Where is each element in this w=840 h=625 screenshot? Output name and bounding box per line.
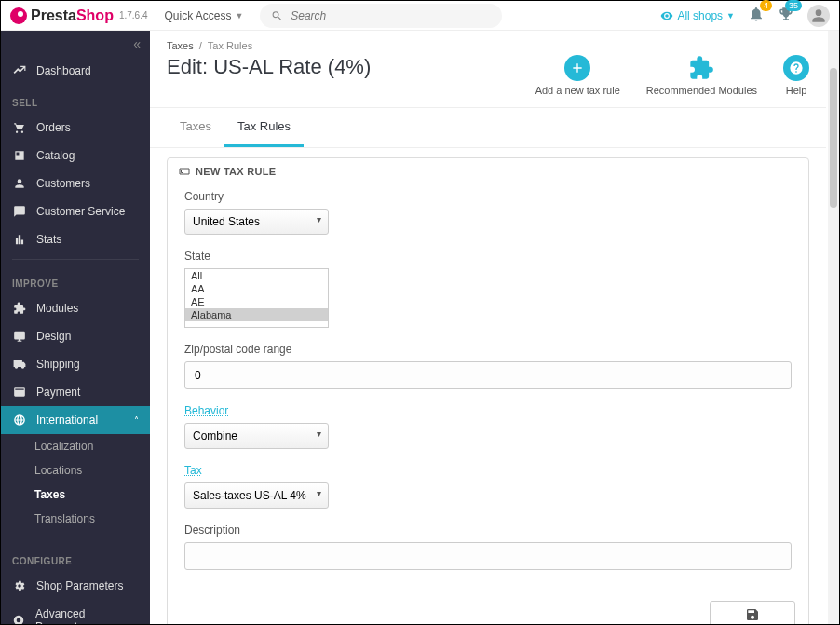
- chevron-up-icon: ˄: [134, 415, 139, 426]
- chat-icon: [12, 205, 27, 218]
- logo[interactable]: PrestaShop: [10, 7, 114, 24]
- sidebar-item-catalog[interactable]: Catalog: [1, 142, 150, 170]
- sidebar-item-design[interactable]: Design: [1, 322, 150, 350]
- sidebar-item-shipping[interactable]: Shipping: [1, 350, 150, 378]
- country-label: Country: [184, 190, 792, 203]
- add-tax-rule-label: Add a new tax rule: [535, 85, 620, 96]
- field-country: Country United States: [184, 190, 792, 235]
- state-multiselect[interactable]: All AA AE Alabama: [184, 268, 329, 328]
- description-label: Description: [184, 523, 792, 537]
- notifications-bell-button[interactable]: 4: [748, 6, 765, 25]
- logo-text-presta: Presta: [31, 7, 76, 24]
- header-actions: Add a new tax rule Recommended Modules H…: [535, 55, 809, 96]
- recommended-modules-label: Recommended Modules: [646, 85, 757, 96]
- shop-context-label: All shops: [677, 9, 723, 22]
- breadcrumb-taxes[interactable]: Taxes: [167, 40, 194, 51]
- globe-icon: [12, 414, 27, 427]
- user-avatar[interactable]: [807, 5, 830, 27]
- state-option[interactable]: AA: [185, 282, 328, 295]
- trending-icon: [12, 64, 27, 77]
- page-header: Edit: US-AL Rate (4%) Add a new tax rule…: [150, 55, 826, 107]
- quick-access-dropdown[interactable]: Quick Access ▼: [165, 9, 244, 22]
- sidebar-item-label: Advanced Parameters: [35, 607, 139, 624]
- logo-mark-icon: [10, 7, 27, 24]
- tab-tax-rules[interactable]: Tax Rules: [224, 108, 304, 147]
- quick-access-label: Quick Access: [165, 9, 232, 22]
- zip-input[interactable]: [184, 361, 792, 389]
- sidebar-item-customers[interactable]: Customers: [1, 170, 150, 197]
- panel-header: NEW TAX RULE: [168, 158, 808, 184]
- zip-label: Zip/postal code range: [184, 343, 792, 356]
- credit-card-icon: [12, 386, 27, 399]
- panel-footer: Save and stay: [168, 591, 808, 624]
- tabs: Taxes Tax Rules: [150, 107, 826, 148]
- money-icon: [179, 166, 190, 177]
- state-option[interactable]: AE: [185, 295, 328, 308]
- sidebar-item-orders[interactable]: Orders: [1, 114, 150, 142]
- search-icon: [271, 9, 283, 22]
- sidebar-divider: [12, 537, 139, 537]
- plus-icon: [570, 61, 585, 75]
- topbar-right: All shops ▼ 4 35: [660, 5, 830, 27]
- field-description: Description: [184, 523, 792, 570]
- monitor-icon: [12, 330, 27, 343]
- debug-badge: 35: [785, 0, 802, 11]
- sidebar-section-configure: CONFIGURE: [1, 543, 150, 572]
- help-label: Help: [783, 85, 809, 96]
- sidebar-item-modules[interactable]: Modules: [1, 294, 150, 322]
- sidebar-item-label: Catalog: [36, 149, 75, 162]
- sidebar-item-advanced-parameters[interactable]: Advanced Parameters: [1, 600, 150, 624]
- sidebar-sub-localization[interactable]: Localization: [1, 434, 150, 458]
- puzzle-icon: [688, 55, 714, 81]
- scrollbar-thumb[interactable]: [830, 68, 837, 208]
- sidebar-item-label: Shipping: [36, 358, 80, 371]
- gear-icon: [12, 579, 27, 592]
- sidebar-item-dashboard[interactable]: Dashboard: [1, 57, 150, 85]
- person-icon: [811, 8, 826, 23]
- sidebar-section-improve: IMPROVE: [1, 265, 150, 294]
- behavior-label[interactable]: Behavior: [184, 404, 792, 417]
- tax-label[interactable]: Tax: [184, 464, 792, 477]
- sidebar-sub-locations[interactable]: Locations: [1, 458, 150, 482]
- cart-icon: [12, 121, 27, 134]
- help-button[interactable]: Help: [783, 55, 809, 96]
- settings-icon: [12, 614, 26, 624]
- breadcrumb-tax-rules: Tax Rules: [208, 40, 252, 51]
- sidebar-item-label: Dashboard: [36, 64, 91, 77]
- person-icon: [12, 177, 27, 190]
- content-area: Taxes / Tax Rules Edit: US-AL Rate (4%) …: [150, 31, 839, 624]
- sidebar-item-shop-parameters[interactable]: Shop Parameters: [1, 572, 150, 600]
- debug-button[interactable]: 35: [778, 6, 794, 25]
- country-select[interactable]: United States: [184, 209, 329, 235]
- content-scrollbar[interactable]: [828, 31, 839, 624]
- sidebar-item-stats[interactable]: Stats: [1, 225, 150, 253]
- puzzle-icon: [12, 302, 27, 315]
- sidebar-item-payment[interactable]: Payment: [1, 378, 150, 406]
- field-tax: Tax Sales-taxes US-AL 4%: [184, 464, 792, 509]
- tag-icon: [12, 149, 27, 162]
- state-label: State: [184, 250, 792, 263]
- behavior-select[interactable]: Combine: [184, 423, 329, 449]
- sidebar-item-label: Customers: [36, 177, 90, 190]
- sidebar-item-international[interactable]: International ˄: [1, 406, 150, 434]
- description-input[interactable]: [184, 542, 792, 570]
- recommended-modules-button[interactable]: Recommended Modules: [646, 55, 757, 96]
- search-input[interactable]: [291, 9, 491, 22]
- sidebar-sub-taxes[interactable]: Taxes: [1, 482, 150, 507]
- sidebar: « Dashboard SELL Orders Catalog Customer…: [1, 31, 150, 624]
- tax-select[interactable]: Sales-taxes US-AL 4%: [184, 482, 329, 509]
- shop-context-dropdown[interactable]: All shops ▼: [660, 9, 735, 22]
- field-zip: Zip/postal code range: [184, 343, 792, 389]
- tab-taxes[interactable]: Taxes: [167, 108, 224, 147]
- sidebar-sub-translations[interactable]: Translations: [1, 507, 150, 531]
- state-option-selected[interactable]: Alabama: [185, 308, 328, 321]
- search-container[interactable]: [260, 4, 502, 28]
- sidebar-collapse-button[interactable]: «: [133, 36, 141, 51]
- state-option[interactable]: All: [185, 269, 328, 282]
- save-and-stay-button[interactable]: Save and stay: [710, 601, 795, 624]
- sidebar-item-label: Design: [36, 330, 71, 343]
- sidebar-item-customer-service[interactable]: Customer Service: [1, 197, 150, 225]
- new-tax-rule-panel: NEW TAX RULE Country United States State: [167, 157, 809, 624]
- sidebar-item-label: Payment: [36, 386, 80, 399]
- add-tax-rule-button[interactable]: Add a new tax rule: [535, 55, 620, 96]
